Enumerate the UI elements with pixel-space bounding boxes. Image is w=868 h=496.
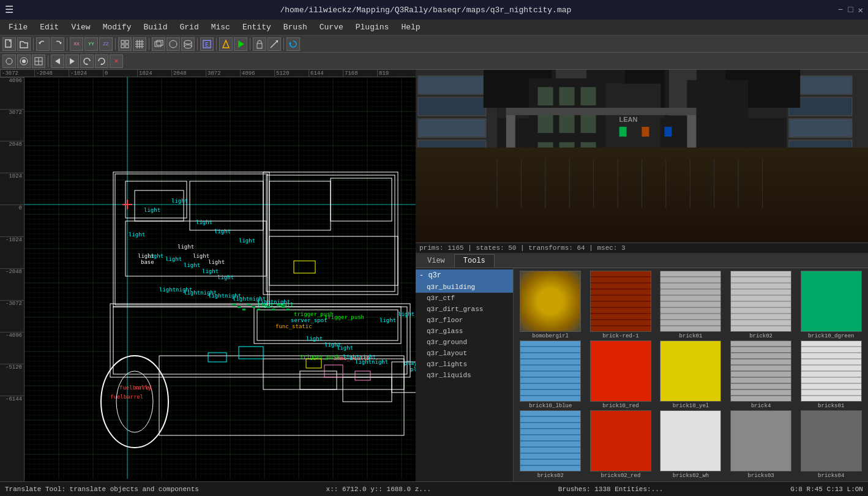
tb2-close[interactable]: ✕ (110, 54, 123, 68)
maximize-button[interactable]: □ (848, 5, 853, 15)
menu-item-grid[interactable]: Grid (173, 21, 204, 33)
tex-group-item-q3r_glass[interactable]: q3r_glass (416, 326, 513, 337)
tb2-patch[interactable] (32, 54, 45, 68)
tex-group-item-q3r_building[interactable]: q3r_building (416, 282, 513, 293)
tb-redo[interactable] (51, 37, 64, 51)
ruler-tick-3: 0 (103, 70, 108, 77)
texture-item-bricks02[interactable]: bricks02 (516, 410, 585, 479)
menu-item-plugins[interactable]: Plugins (350, 21, 395, 33)
tb2-select-tool[interactable] (2, 54, 16, 68)
texture-item-brick10_lblue[interactable]: brick10_lblue (516, 340, 585, 409)
svg-point-14 (184, 40, 192, 44)
ruler-tick-v-7: -3072 (0, 300, 24, 307)
menu-item-build[interactable]: Build (137, 21, 173, 33)
tex-group-item-q3r_layout[interactable]: q3r_layout (416, 348, 513, 359)
tab-tools[interactable]: Tools (454, 254, 495, 268)
tb-run[interactable] (234, 37, 247, 51)
texture-label-brick02: brick02 (749, 333, 773, 339)
menu-item-view[interactable]: View (65, 21, 96, 33)
texture-item-bricks02_red[interactable]: bricks02_red (586, 410, 656, 479)
menu-bar: FileEditViewModifyBuildGridMiscEntityBru… (0, 20, 868, 36)
texture-item-brick10_red[interactable]: brick10_red (586, 340, 656, 409)
texture-item-brick10_dgreen[interactable]: brick10_dgreen (796, 271, 866, 339)
tex-group-item-q3r_floor[interactable]: q3r_floor (416, 315, 513, 326)
tb-brush-cube[interactable] (152, 37, 165, 51)
tb-clipper[interactable] (268, 37, 281, 51)
texture-item-brick-red-1[interactable]: brick-red-1 (586, 271, 656, 339)
grid-info: G:8 R:45 C:13 L:ON (790, 486, 863, 493)
tb-snap[interactable] (118, 37, 132, 51)
tb-refresh-textures[interactable] (286, 37, 300, 51)
svg-rect-1 (121, 40, 124, 43)
texture-item-brick4[interactable]: brick4 (727, 340, 796, 409)
minimize-button[interactable]: − (838, 5, 843, 15)
texture-item-bricks04[interactable]: bricks04 (796, 410, 866, 479)
menu-item-help[interactable]: Help (395, 21, 426, 33)
close-button[interactable]: ✕ (858, 5, 863, 15)
hamburger-icon: ☰ (5, 4, 13, 16)
tex-group-item-q3r_liquids[interactable]: q3r_liquids (416, 370, 513, 381)
texture-item-brick10_yel[interactable]: brick10_yel (656, 340, 725, 409)
tex-group-q3r[interactable]: - q3r (416, 269, 513, 282)
texture-item-bricks01[interactable]: bricks01 (796, 340, 866, 409)
menu-item-entity[interactable]: Entity (236, 21, 277, 33)
tex-group-item-q3r_ctf[interactable]: q3r_ctf (416, 293, 513, 304)
tb-brush-sphere[interactable] (166, 37, 180, 51)
texture-thumb-brick10_yel (660, 340, 721, 402)
menu-item-file[interactable]: File (2, 21, 34, 33)
menu-item-curve[interactable]: Curve (313, 21, 350, 33)
texture-item-bricks02_wh[interactable]: bricks02_wh (656, 410, 725, 479)
tab-view[interactable]: View (418, 254, 454, 268)
tb-select[interactable]: XX (70, 37, 83, 51)
tb-new[interactable] (2, 37, 16, 51)
texture-thumb-brick10_lblue (520, 340, 581, 402)
texture-thumb-bomobergirl (520, 271, 581, 332)
tb-compile[interactable] (219, 37, 233, 51)
tool-description: Translate Tool: translate objects and co… (5, 486, 199, 493)
texture-item-bomobergirl[interactable]: bomobergirl (516, 271, 585, 339)
ruler-tick-10: 7168 (343, 70, 358, 77)
tex-group-item-q3r_lights[interactable]: q3r_lights (416, 359, 513, 370)
texture-label-brick4: brick4 (751, 403, 771, 409)
toolbar-separator-8 (283, 38, 284, 50)
view3d[interactable] (416, 70, 868, 242)
ruler-tick-8: 5120 (274, 70, 290, 77)
ruler-tick-7: 4096 (240, 70, 255, 77)
ruler-tick-v-10: -6144 (0, 396, 24, 402)
tb2-rotate-cw[interactable] (95, 54, 108, 68)
tex-group-item-q3r_dirt_grass[interactable]: q3r_dirt_grass (416, 304, 513, 315)
menu-item-brush[interactable]: Brush (277, 21, 313, 33)
tb-open[interactable] (17, 37, 31, 51)
svg-marker-32 (55, 58, 60, 64)
tb-texlock[interactable] (253, 37, 266, 51)
coordinates-display: x:: 6712.0 y:: 1688.0 z... (326, 486, 432, 493)
tb-select-z[interactable]: ZZ (99, 37, 113, 51)
texture-item-brick01[interactable]: brick01 (656, 271, 725, 339)
texture-thumb-brick01 (660, 271, 721, 332)
ruler-tick-v-8: -4096 (0, 332, 24, 339)
menu-item-edit[interactable]: Edit (34, 21, 65, 33)
tb-undo[interactable] (36, 37, 50, 51)
texture-item-brick02[interactable]: brick02 (727, 271, 796, 339)
ruler-tick-v-6: -2048 (0, 268, 24, 275)
toolbar-separator-6 (216, 38, 217, 50)
ruler-tick-6: 3072 (206, 70, 221, 77)
texture-item-bricks03[interactable]: bricks03 (727, 410, 796, 479)
texture-grid: bomobergirlbrick-red-1brick01brick02bric… (514, 268, 868, 481)
view2d-canvas[interactable] (24, 77, 416, 481)
tb-grid[interactable] (133, 37, 146, 51)
tb2-prev-brush[interactable] (51, 54, 64, 68)
tb2-next-brush[interactable] (65, 54, 79, 68)
toolbar-1: XX YY ZZ E (0, 36, 868, 53)
window-title: /home/illwieckz/Mapping/Q3Rally/baseqr/m… (13, 6, 838, 15)
tb2-camera-tool[interactable] (17, 54, 31, 68)
tb-entity[interactable]: E (200, 37, 214, 51)
tex-group-item-q3r_ground[interactable]: q3r_ground (416, 337, 513, 348)
tb-brush-cyl[interactable] (181, 37, 195, 51)
texture-thumb-brick10_red (590, 340, 651, 402)
menu-item-misc[interactable]: Misc (205, 21, 236, 33)
ruler-tick-v-4: 0 (0, 205, 24, 211)
tb-select-y[interactable]: YY (84, 37, 98, 51)
menu-item-modify[interactable]: Modify (97, 21, 138, 33)
tb2-rotate-ccw[interactable] (80, 54, 94, 68)
